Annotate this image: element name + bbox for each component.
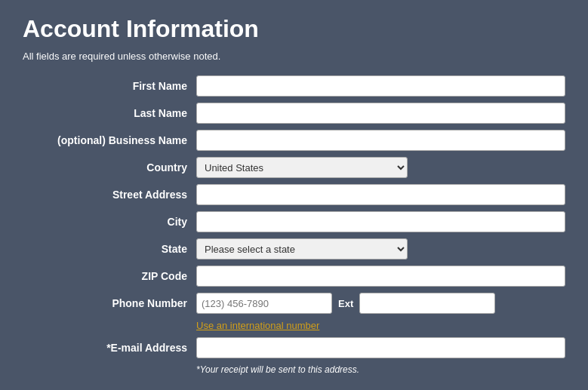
ext-input[interactable] — [359, 293, 495, 314]
first-name-input[interactable] — [196, 75, 565, 97]
account-form: First Name Last Name (optional) Business… — [23, 75, 565, 375]
phone-label: Phone Number — [23, 297, 196, 309]
zip-code-row: ZIP Code — [23, 266, 565, 287]
country-field: United StatesCanadaMexicoUnited KingdomA… — [196, 157, 565, 178]
first-name-row: First Name — [23, 75, 565, 97]
ext-label: Ext — [338, 298, 353, 309]
state-field: Please select a stateAlabamaAlaskaArizon… — [196, 238, 565, 259]
zip-code-input[interactable] — [196, 266, 565, 287]
email-note: *Your receipt will be sent to this addre… — [196, 364, 565, 375]
city-field — [196, 211, 565, 232]
email-input[interactable] — [196, 337, 565, 358]
business-name-field — [196, 130, 565, 151]
phone-row: Phone Number Ext — [23, 293, 565, 314]
street-address-label: Street Address — [23, 189, 196, 201]
state-row: State Please select a stateAlabamaAlaska… — [23, 238, 565, 259]
first-name-label: First Name — [23, 80, 196, 92]
intl-link-button[interactable]: Use an international number — [196, 320, 319, 331]
city-row: City — [23, 211, 565, 232]
last-name-row: Last Name — [23, 103, 565, 124]
last-name-input[interactable] — [196, 103, 565, 124]
street-address-input[interactable] — [196, 184, 565, 205]
email-field — [196, 337, 565, 358]
state-label: State — [23, 243, 196, 255]
zip-code-label: ZIP Code — [23, 270, 196, 282]
email-row: *E-mail Address — [23, 337, 565, 358]
last-name-label: Last Name — [23, 107, 196, 119]
city-input[interactable] — [196, 211, 565, 232]
page-title: Account Information — [23, 15, 565, 43]
country-select[interactable]: United StatesCanadaMexicoUnited KingdomA… — [196, 157, 408, 178]
country-label: Country — [23, 161, 196, 174]
business-name-input[interactable] — [196, 130, 565, 151]
last-name-field — [196, 103, 565, 124]
email-label: *E-mail Address — [23, 342, 196, 354]
page-subtitle: All fields are required unless otherwise… — [23, 51, 565, 62]
state-select[interactable]: Please select a stateAlabamaAlaskaArizon… — [196, 238, 408, 259]
business-name-row: (optional) Business Name — [23, 130, 565, 151]
phone-field: Ext — [196, 293, 565, 314]
country-row: Country United StatesCanadaMexicoUnited … — [23, 157, 565, 178]
first-name-field — [196, 75, 565, 97]
city-label: City — [23, 216, 196, 228]
street-address-field — [196, 184, 565, 205]
phone-input[interactable] — [196, 293, 332, 314]
zip-code-field — [196, 266, 565, 287]
intl-link-row: Use an international number — [196, 320, 565, 331]
business-name-label: (optional) Business Name — [23, 134, 196, 146]
street-address-row: Street Address — [23, 184, 565, 205]
